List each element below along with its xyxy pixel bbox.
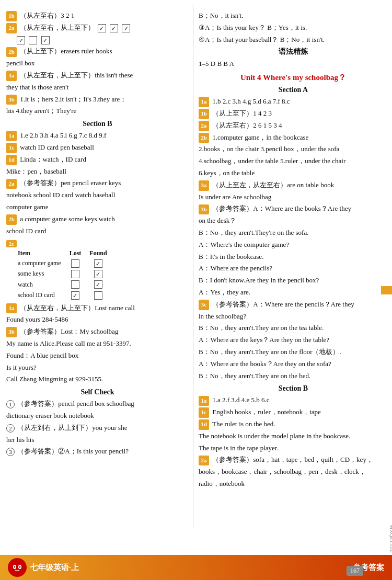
r-1a-line: 1a 1.b 2.c 3.h 4.g 5.d 6.a 7.f 8.c [199, 96, 388, 107]
label-r-1b: 1b [199, 109, 209, 119]
3b-text2: his 4.they aren't；They're [6, 106, 189, 117]
2b-text: （从上至下）erasers ruler books [20, 47, 112, 55]
rsb-1d-line: 1d The ruler is on the bed. [199, 419, 388, 430]
r-2a-text: （从左至右）2 6 1 5 3 4 [212, 121, 282, 129]
sb2-3b-t4: Call Zhang Mingming at 929-3155. [6, 374, 189, 385]
3b-line: 3b 1.it is；hers 2.it isn't；It's 3.they a… [6, 94, 189, 105]
sc-3-text: （参考答案）②A；Is this your pencil? [17, 447, 129, 455]
sb2-3b-t3: Is it yours? [6, 362, 189, 373]
label-2b: 2b [6, 47, 17, 58]
r-3c-t3: A：Where are the keys？Are they on the tab… [199, 335, 388, 346]
rsb-2a-text: （参考答案）sofa，hat，tape，bed，quilt，CD，key， [212, 456, 373, 463]
r-3b-t6: B：I don't know.Are they in the pencil bo… [199, 275, 388, 286]
checkbox-3 [122, 24, 130, 32]
rsb-1a-text: 1.a 2.f 3.d 4.e 5.b 6.c [212, 396, 269, 404]
r-3a-text: （从上至左，从左至右）are on table book [212, 181, 334, 189]
1b-text: （从左至右）3 2 1 [20, 12, 74, 19]
footer: 七年级英语·上 参考答案 [0, 555, 392, 580]
r-top3: ④A；Is that your baseball？ B；No，it isn't. [199, 35, 388, 46]
sb2-3b-t2: Found：A blue pencil box [6, 350, 189, 361]
rsb-1d-t1: The notebook is under the model plane in… [199, 431, 388, 442]
r-2b-t4: 6.keys，on the table [199, 168, 388, 179]
sb-1a-line: 1a 1.e 2.b 3.h 4.a 5.i 6.g 7.c 8.d 9.f [6, 130, 189, 141]
label-sb2-3b: 3b [6, 327, 17, 337]
table-row: a computer game [17, 258, 111, 269]
3a-text: （从左至右，从上至下）this isn't these [20, 71, 133, 79]
checkbox-lost-3 [71, 280, 79, 289]
r-3c-t4: B：No，they aren't.They are on the floor（地… [199, 347, 388, 358]
r-3b-text: （参考答案）A：Where are the books？Are they [212, 204, 351, 212]
2a-row2 [16, 35, 189, 46]
section-b-title: Section B [6, 120, 189, 128]
label-2c: 2c [6, 240, 17, 247]
label-2a: 2a [6, 23, 17, 33]
r-1b-text: （从上至下）1 4 2 3 [212, 109, 272, 117]
lost-4 [65, 290, 86, 300]
sb-1c-text: watch ID card pen baseball [20, 143, 94, 151]
page-number: 167 [347, 566, 363, 576]
svg-point-0 [10, 560, 25, 575]
found-4 [85, 290, 111, 300]
table-row: some keys [17, 269, 111, 279]
r-3a-t2: Is under are Are schoolbag [199, 192, 388, 203]
rsb-1c-line: 1c English books，ruler，notebook，tape [199, 407, 388, 418]
r-section-a-title: Section A [199, 86, 388, 94]
checkbox-6 [41, 36, 50, 44]
checkbox-lost-1 [71, 259, 79, 268]
r-2b-t3: 4.schoolbag，under the table 5.ruler，unde… [199, 156, 388, 167]
r-3c-t2: B：No，they aren't.They are on the tea tab… [199, 323, 388, 334]
col-found: Found [85, 248, 111, 258]
rsb-2a-t2: books，bookcase，chair，schoolbag，pen，desk，… [199, 467, 388, 477]
r-3b-t1: on the desk？ [199, 215, 388, 226]
lost-3 [65, 279, 86, 290]
sb-2a-text: （参考答案）pen pencil eraser keys [20, 179, 121, 187]
sb-2a-line: 2a （参考答案）pen pencil eraser keys [6, 178, 189, 189]
3a-text2: they that is those aren't [6, 82, 189, 93]
r-3c-t5: A：Where are the books？Are they on the so… [199, 359, 388, 370]
svg-point-3 [14, 566, 16, 568]
label-sb-2b: 2b [6, 214, 17, 225]
checkbox-found-2 [94, 270, 102, 278]
label-r-2b: 2b [199, 133, 209, 143]
label-sb-2a: 2a [6, 179, 17, 189]
checkbox-lost-4 [71, 291, 79, 300]
left-column: 1b （从左至右）3 2 1 2a （从左至右，从上至下） 2b （从上至下）e… [0, 5, 193, 528]
checkbox-5 [29, 36, 37, 44]
2c-section: 2c Item Lost Found a computer game some … [6, 239, 189, 301]
side-tab: 参考答案 [381, 286, 392, 294]
found-2 [85, 269, 111, 279]
r-top2: ③A；Is this your key？ B；Yes，it is. [199, 22, 388, 33]
checkbox-4 [17, 36, 25, 44]
sb-2a-text3: computer game [6, 202, 189, 213]
rsb-2a-t3: radio，notebook [199, 479, 388, 490]
3a-line: 3a （从左至右，从上至下）this isn't these [6, 70, 189, 81]
mascot-icon [8, 558, 27, 577]
r-3b-t3: A：Where's the computer game? [199, 240, 388, 251]
label-rsb-1a: 1a [199, 396, 209, 406]
label-r-3b: 3b [199, 204, 209, 215]
checkbox-found-1 [94, 259, 102, 268]
r-1b-line: 1b （从上至下）1 4 2 3 [199, 108, 388, 119]
found-1 [85, 258, 111, 269]
r-1a-text: 1.b 2.c 3.h 4.g 5.d 6.a 7.f 8.c [212, 97, 290, 105]
2b-line: 2b （从上至下）erasers ruler books [6, 46, 189, 57]
checkbox-found-4 [94, 291, 102, 300]
label-3a: 3a [6, 71, 17, 81]
lost-1 [65, 258, 86, 269]
lost-found-table: Item Lost Found a computer game some key… [17, 248, 111, 301]
label-r-1a: 1a [199, 97, 209, 107]
label-sb-1d: 1d [6, 155, 17, 165]
sb2-3a-line: 3a （从左至右，从上至下）Lost name call [6, 303, 189, 314]
sb-1a-text: 1.e 2.b 3.h 4.a 5.i 6.g 7.c 8.d 9.f [20, 131, 106, 139]
table-row: watch [17, 279, 111, 290]
sb2-3a-text: （从左至右，从上至下）Lost name call [20, 304, 135, 312]
2a-text: （从左至右，从上至下） [20, 24, 95, 31]
svg-point-4 [19, 566, 21, 568]
sc-2-line: 2 （从左到右，从上到下）you your she [6, 423, 189, 434]
r-3a-line: 3a （从上至左，从左至右）are on table book [199, 180, 388, 191]
label-r-2a: 2a [199, 121, 209, 131]
sc-1-text: （参考答案）pencil pencil box schoolbag [17, 400, 134, 407]
r-3c-t6: B：No，they aren't.They are on the bed. [199, 371, 388, 382]
right-column: B；No，it isn't. ③A；Is this your key？ B；Ye… [193, 5, 392, 528]
sb2-3b-t1: My name is Alice.Please call me at 951-3… [6, 338, 189, 349]
